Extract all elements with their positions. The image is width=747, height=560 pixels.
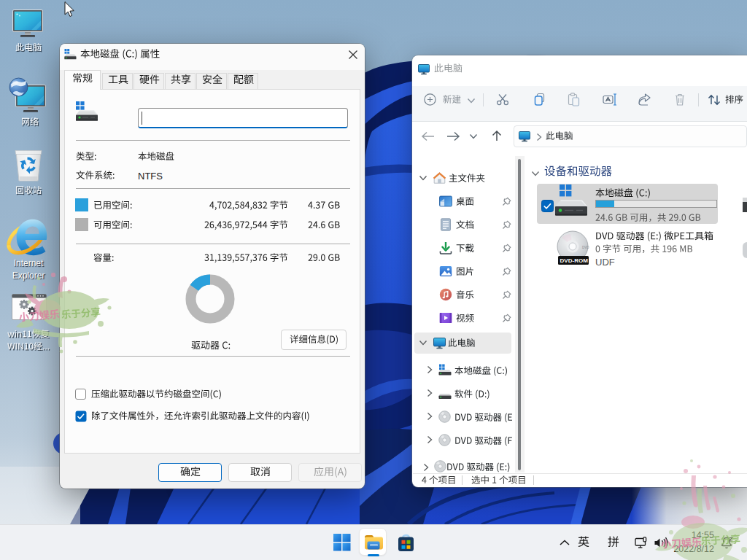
svg-text:DVD-ROM: DVD-ROM <box>560 257 589 264</box>
svg-text:DVD: DVD <box>582 246 589 249</box>
